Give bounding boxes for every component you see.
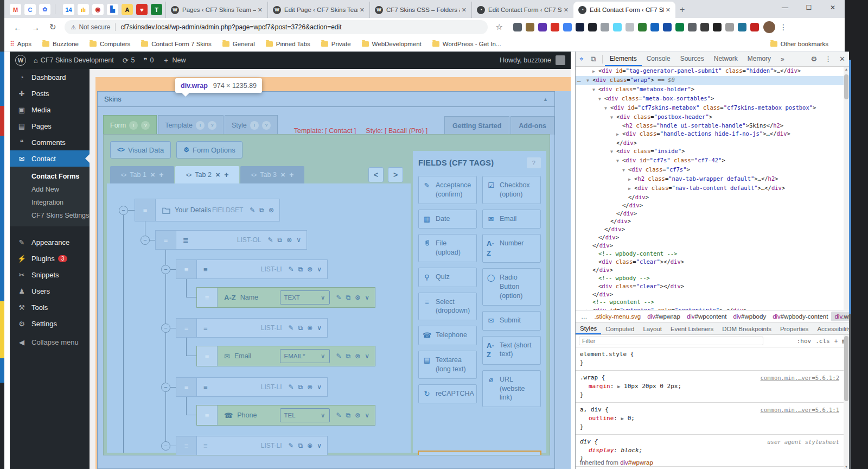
help-badge[interactable]: ? [262, 121, 271, 130]
devtools-settings-icon[interactable]: ⚙ [807, 55, 821, 63]
extension-icon[interactable] [588, 23, 597, 31]
breadcrumb-item[interactable]: .sticky-menu.svg [591, 312, 644, 321]
dom-tree-line[interactable]: <!-- wpcontent --> [576, 298, 844, 306]
styles-tab-computed[interactable]: Computed [601, 323, 639, 334]
css-property[interactable]: margin: ▶ 10px 20px 0 2px; [580, 382, 839, 391]
css-rule[interactable]: a, div {common.min.…ver=5.6.1:1outline: … [576, 403, 844, 435]
field-button-select-dropdown-[interactable]: ≡Select (dropdown) [418, 293, 477, 321]
styles-scrollbar[interactable]: ▼ [844, 335, 849, 469]
bookmark-folder[interactable]: Computers [90, 41, 130, 47]
field-button-submit[interactable]: ✉Submit [482, 311, 541, 331]
inspect-element-icon[interactable]: ⌖ [576, 55, 587, 64]
edit-icon[interactable]: ✎ [250, 206, 255, 214]
next-tab-button[interactable]: > [388, 167, 403, 182]
bookmark-folder[interactable]: Pinned Tabs [266, 41, 310, 47]
drag-handle-icon[interactable]: ≡ [176, 378, 197, 396]
reload-button[interactable]: ↻ [44, 22, 61, 32]
drag-handle-icon[interactable]: ≡ [176, 319, 197, 337]
alert-badge[interactable]: ! [129, 121, 138, 130]
editor-tab-1[interactable]: <>Tab 1✕+ [110, 166, 174, 183]
extension-icon[interactable] [738, 23, 746, 31]
editor-tab-2[interactable]: <>Tab 2✕+ [175, 166, 239, 183]
breadcrumb-item[interactable]: div#wpwrap [644, 312, 684, 321]
field-row-email[interactable]: ≡✉EmailEMAIL*∨✎⧉⊗∨ [196, 346, 375, 366]
breadcrumb-item[interactable]: … [578, 312, 591, 321]
field-button-radio-button-option-[interactable]: ◯Radio Button (option) [482, 268, 541, 306]
add-tab-icon[interactable]: + [159, 170, 163, 179]
browser-tab[interactable]: WEdit Page ‹ CF7 Skins Team —✕ [267, 2, 369, 18]
delete-icon[interactable]: ⊗ [355, 411, 360, 419]
delete-icon[interactable]: ⊗ [307, 324, 312, 332]
styles-tab-accessibility[interactable]: Accessibility [813, 323, 849, 334]
dom-tree-line[interactable]: </div> [576, 201, 844, 210]
field-button-email[interactable]: ✉Email [482, 210, 541, 229]
help-badge[interactable]: ? [208, 121, 216, 130]
field-button-acceptance-confirm-[interactable]: ✎Acceptance (confirm) [418, 176, 477, 204]
sidebar-item-users[interactable]: ♟Users [10, 283, 90, 299]
alert-badge[interactable]: ! [196, 121, 205, 130]
bookmark-folder[interactable]: General [222, 41, 255, 47]
dom-tree-line[interactable]: <!-- wpbody-content --> [576, 250, 844, 258]
close-tab-icon[interactable]: ✕ [215, 172, 220, 179]
dom-tree-line[interactable]: ▶<div class="handle-actions hide-if-no-j… [576, 130, 844, 139]
dom-tree-line[interactable]: </div> [576, 225, 844, 233]
updates-indicator[interactable]: ⟳5 [123, 56, 135, 65]
field-button-textarea-long-text-[interactable]: ▤Textarea (long text) [418, 351, 477, 379]
dom-tree-line[interactable]: <!-- wpbody --> [576, 274, 844, 282]
sidebar-item-media[interactable]: ▣Media [10, 102, 90, 118]
help-button[interactable]: ? [527, 157, 541, 168]
help-badge[interactable]: ? [141, 121, 150, 130]
drag-handle-icon[interactable]: ≡ [197, 405, 218, 425]
submenu-item-integration[interactable]: Integration [10, 196, 90, 209]
sidebar-item-contact[interactable]: ✉Contact [10, 150, 90, 167]
crunchyroll-icon[interactable]: ◉ [92, 4, 104, 15]
list-li-row[interactable]: ≡≡LIST-LI✎⧉⊗∨ [176, 436, 328, 455]
duplicate-icon[interactable]: ⧉ [298, 324, 303, 332]
tree-collapse-node[interactable]: − [161, 265, 170, 274]
dom-tree-line[interactable]: ▼<div class="meta-box-sortables"> [576, 94, 844, 104]
dom-tree-line[interactable]: </div> [576, 210, 844, 218]
tree-collapse-node[interactable]: − [141, 236, 150, 245]
extension-icon[interactable] [613, 23, 622, 31]
sidebar-item-appearance[interactable]: ✎Appearance [10, 234, 90, 250]
dom-tree-line[interactable]: ▼<div class="postbox-header"> [576, 113, 844, 122]
scrollbar-thumb[interactable] [844, 336, 848, 401]
tab-close-icon[interactable]: ✕ [562, 7, 570, 14]
drag-handle-icon[interactable]: ≡ [197, 346, 218, 366]
dom-tree-line[interactable]: </div> [576, 193, 844, 201]
bookmark-folder[interactable]: Contact Form 7 Skins [141, 41, 212, 47]
extension-icon[interactable] [526, 23, 534, 31]
extension-icon[interactable] [626, 23, 634, 31]
extension-icon[interactable] [675, 23, 684, 31]
delete-icon[interactable]: ⊗ [269, 206, 274, 214]
field-type-select[interactable]: EMAIL*∨ [280, 349, 330, 363]
dom-tree-line[interactable]: ▼<div class="cf7s"> [576, 166, 844, 175]
field-button-number[interactable]: A-ZNumber [482, 234, 541, 263]
browser-tab[interactable]: ◔Edit Contact Form ‹ CF7 Skins✕ [471, 2, 573, 18]
bookmark-folder[interactable]: WebDevelopment [362, 41, 422, 47]
styles-tab-styles[interactable]: Styles [576, 322, 601, 334]
list-li-row[interactable]: ≡≡LIST-LI✎⧉⊗∨ [176, 377, 328, 397]
clock-app-icon[interactable]: C [24, 4, 36, 15]
more-tabs-icon[interactable]: » [776, 52, 789, 66]
browser-tab[interactable]: WPages ‹ CF7 Skins Team — Wo✕ [165, 2, 267, 18]
delete-icon[interactable]: ⊗ [355, 352, 360, 360]
styles-tab-event-listeners[interactable]: Event Listeners [666, 323, 718, 334]
css-rule[interactable]: element.style {} [576, 347, 844, 371]
drag-handle-icon[interactable]: ≡ [176, 260, 197, 278]
profile-avatar[interactable] [763, 21, 775, 33]
extension-icon[interactable] [650, 23, 659, 31]
collapse-arrow-icon[interactable]: ▲ [543, 97, 548, 102]
sidebar-item-collapse-menu[interactable]: ◀Collapse menu [10, 334, 90, 350]
field-button-file-upload-[interactable]: File (upload) [418, 234, 477, 262]
sidebar-item-plugins[interactable]: ⚡Plugins3 [10, 250, 90, 267]
stylesheet-link[interactable]: common.min.…ver=5.6.1:1 [761, 405, 839, 414]
calendar-icon[interactable]: 14 [63, 4, 74, 15]
dom-tree-line[interactable]: ▼<div id="cf7skins-metabox" class="cf7sk… [576, 104, 844, 113]
wreath-app-icon[interactable]: ✿ [39, 4, 50, 15]
prev-tab-button[interactable]: < [368, 167, 384, 182]
bookmark-apps[interactable]: ⠿ Apps [10, 40, 31, 48]
tree-collapse-node[interactable]: − [161, 441, 170, 451]
css-property[interactable]: outline: ▶ 0; [580, 414, 839, 423]
field-button-url-website-link-[interactable]: øURL (website link) [482, 370, 541, 408]
